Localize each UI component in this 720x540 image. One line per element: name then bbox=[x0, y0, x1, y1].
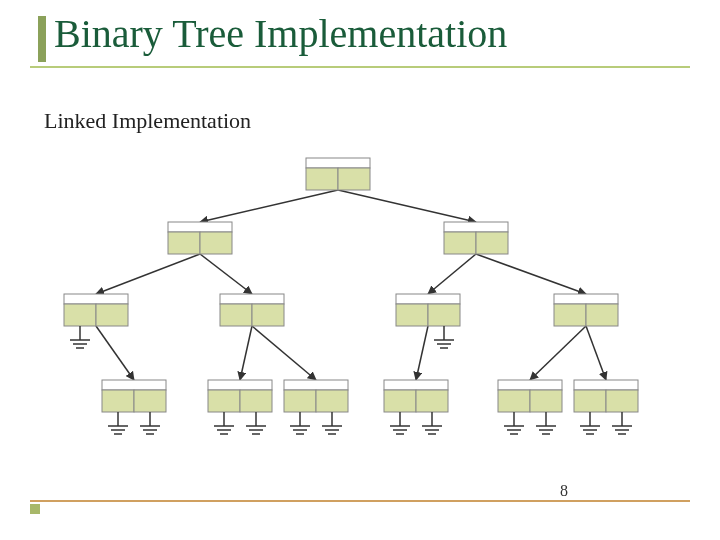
tree-node bbox=[102, 380, 166, 412]
ground-icon bbox=[434, 326, 454, 348]
bottom-accent bbox=[30, 504, 40, 514]
svg-rect-8 bbox=[476, 232, 508, 254]
svg-rect-11 bbox=[96, 304, 128, 326]
edge bbox=[96, 326, 134, 380]
svg-rect-34 bbox=[498, 390, 530, 412]
svg-rect-1 bbox=[306, 168, 338, 190]
svg-rect-29 bbox=[316, 390, 348, 412]
ground-icon bbox=[70, 326, 90, 348]
svg-rect-14 bbox=[252, 304, 284, 326]
edge bbox=[338, 190, 476, 222]
svg-rect-38 bbox=[606, 390, 638, 412]
svg-rect-24 bbox=[208, 380, 272, 390]
edge bbox=[586, 326, 606, 380]
svg-rect-5 bbox=[200, 232, 232, 254]
edge bbox=[476, 254, 586, 294]
ground-icon bbox=[108, 412, 160, 434]
tree-node bbox=[396, 294, 460, 326]
edge bbox=[200, 254, 252, 294]
svg-rect-26 bbox=[240, 390, 272, 412]
svg-rect-16 bbox=[396, 304, 428, 326]
svg-rect-31 bbox=[384, 390, 416, 412]
ground-icon bbox=[504, 412, 556, 434]
svg-rect-23 bbox=[134, 390, 166, 412]
svg-rect-37 bbox=[574, 390, 606, 412]
svg-rect-6 bbox=[444, 222, 508, 232]
svg-rect-28 bbox=[284, 390, 316, 412]
tree-node bbox=[498, 380, 562, 412]
svg-rect-4 bbox=[168, 232, 200, 254]
edge bbox=[252, 326, 316, 380]
tree-diagram bbox=[0, 0, 720, 540]
svg-rect-22 bbox=[102, 390, 134, 412]
tree-node bbox=[554, 294, 618, 326]
svg-rect-25 bbox=[208, 390, 240, 412]
tree-node bbox=[574, 380, 638, 412]
svg-rect-20 bbox=[586, 304, 618, 326]
svg-rect-7 bbox=[444, 232, 476, 254]
tree-node bbox=[168, 222, 232, 254]
svg-rect-21 bbox=[102, 380, 166, 390]
tree-node bbox=[384, 380, 448, 412]
bottom-rule bbox=[30, 500, 690, 502]
svg-rect-27 bbox=[284, 380, 348, 390]
svg-rect-32 bbox=[416, 390, 448, 412]
edge bbox=[428, 254, 476, 294]
svg-rect-12 bbox=[220, 294, 284, 304]
edge bbox=[416, 326, 428, 380]
page-number: 8 bbox=[560, 482, 568, 500]
svg-rect-36 bbox=[574, 380, 638, 390]
svg-rect-19 bbox=[554, 304, 586, 326]
svg-rect-13 bbox=[220, 304, 252, 326]
svg-rect-3 bbox=[168, 222, 232, 232]
svg-rect-33 bbox=[498, 380, 562, 390]
svg-rect-10 bbox=[64, 304, 96, 326]
svg-rect-2 bbox=[338, 168, 370, 190]
tree-node bbox=[444, 222, 508, 254]
tree-node bbox=[208, 380, 272, 412]
tree-node bbox=[284, 380, 348, 412]
svg-rect-0 bbox=[306, 158, 370, 168]
edge bbox=[530, 326, 586, 380]
ground-icon bbox=[214, 412, 266, 434]
tree-node bbox=[64, 294, 128, 326]
ground-icon bbox=[290, 412, 342, 434]
tree-node bbox=[220, 294, 284, 326]
ground-icon bbox=[390, 412, 442, 434]
nodes bbox=[64, 158, 638, 412]
edge bbox=[96, 254, 200, 294]
svg-rect-9 bbox=[64, 294, 128, 304]
ground-icon bbox=[580, 412, 632, 434]
svg-rect-17 bbox=[428, 304, 460, 326]
svg-rect-15 bbox=[396, 294, 460, 304]
tree-node bbox=[306, 158, 370, 190]
edge bbox=[200, 190, 338, 222]
svg-rect-35 bbox=[530, 390, 562, 412]
edges bbox=[96, 190, 606, 380]
edge bbox=[240, 326, 252, 380]
svg-rect-30 bbox=[384, 380, 448, 390]
svg-rect-18 bbox=[554, 294, 618, 304]
